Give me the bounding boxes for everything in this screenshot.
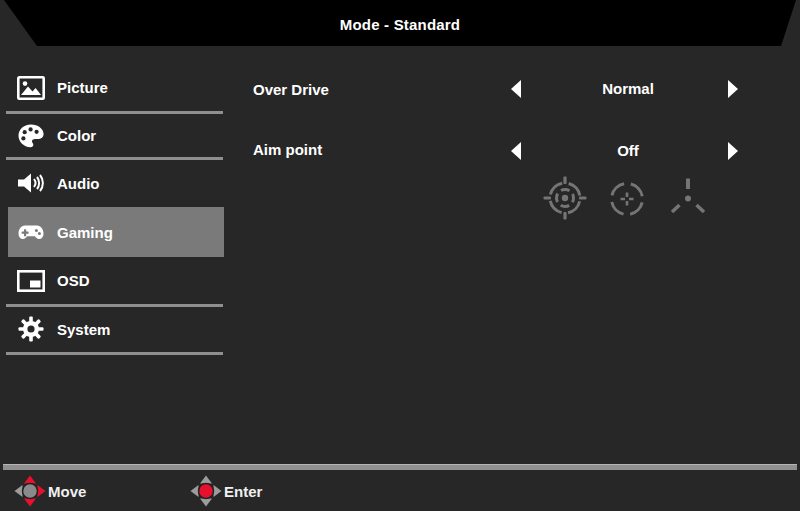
sidebar-item-picture[interactable]: Picture xyxy=(8,64,224,111)
sidebar-item-osd[interactable]: OSD xyxy=(8,258,224,303)
target-circle-cross-icon[interactable] xyxy=(605,177,649,221)
sidebar-item-color[interactable]: Color xyxy=(8,114,224,157)
overdrive-value: Normal xyxy=(543,80,713,97)
gamepad-icon xyxy=(16,218,46,246)
sidebar-item-system[interactable]: System xyxy=(8,307,224,351)
palette-icon xyxy=(16,122,46,150)
sidebar-item-label: Gaming xyxy=(57,224,113,241)
overdrive-label: Over Drive xyxy=(253,81,329,98)
enter-hint-label: Enter xyxy=(224,483,262,500)
sidebar-item-gaming[interactable]: Gaming xyxy=(8,207,224,257)
aimpoint-next-arrow[interactable] xyxy=(728,142,738,160)
aimpoint-prev-arrow[interactable] xyxy=(511,142,521,160)
osd-panel: Mode - Standard Picture Color Audio xyxy=(0,0,800,511)
sidebar-item-label: Picture xyxy=(57,79,108,96)
sidebar-item-label: OSD xyxy=(57,272,90,289)
aimpoint-value: Off xyxy=(543,142,713,159)
overdrive-prev-arrow[interactable] xyxy=(511,80,521,98)
picture-icon xyxy=(16,74,46,102)
sidebar-item-audio[interactable]: Audio xyxy=(8,160,224,206)
divider xyxy=(6,352,223,355)
mode-title: Mode - Standard xyxy=(340,13,461,33)
aimpoint-label: Aim point xyxy=(253,141,322,158)
speaker-icon xyxy=(16,169,46,197)
sidebar-item-label: Audio xyxy=(57,175,100,192)
dpad-move-icon xyxy=(14,475,46,507)
osd-window-icon xyxy=(16,267,46,295)
overdrive-next-arrow[interactable] xyxy=(728,80,738,98)
header: Mode - Standard xyxy=(0,0,800,46)
dpad-enter-icon xyxy=(190,475,222,507)
target-dual-ring-icon[interactable] xyxy=(543,176,587,220)
footer-divider xyxy=(3,464,797,470)
sidebar-item-label: Color xyxy=(57,127,96,144)
move-hint-label: Move xyxy=(48,483,86,500)
gear-icon xyxy=(16,315,46,343)
sidebar-item-label: System xyxy=(57,321,110,338)
target-tripod-icon[interactable] xyxy=(666,176,710,220)
